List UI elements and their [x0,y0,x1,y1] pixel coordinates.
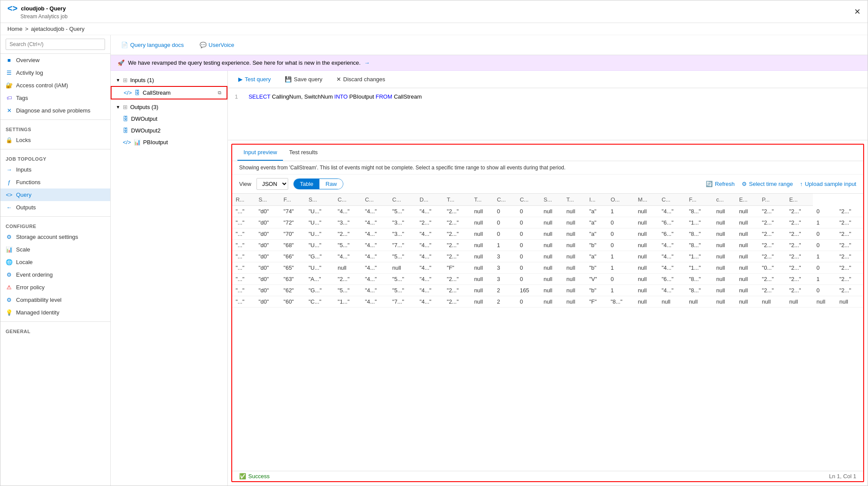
table-cell: "2..." [786,285,813,296]
table-cell: "2..." [444,251,471,262]
tree-item-dwoutput[interactable]: 🗄 DWOutput [111,113,227,125]
app-icon: <> [7,3,17,13]
sidebar-item-overview[interactable]: ■ Overview [0,54,110,66]
table-cell: "4..." [416,296,444,307]
breadcrumb-home[interactable]: Home [7,26,23,32]
table-cell: null [470,262,493,274]
table-cell: "d0" [255,262,280,274]
table-cell: null [540,251,563,262]
table-cell: null [563,206,586,217]
table-cell: "U..." [305,228,334,240]
locks-icon: 🔒 [6,137,13,143]
test-query-button[interactable]: ▶ Test query [235,74,274,84]
sidebar-item-storage[interactable]: ⚙ Storage account settings [0,231,110,243]
query-icon: <> [6,192,13,198]
title-left: <> cloudjob - Query Stream Analytics job [7,3,68,20]
discard-changes-button[interactable]: ✕ Discard changes [333,74,389,84]
close-button[interactable]: ✕ [854,7,861,17]
table-cell: "7..." [389,240,416,251]
sidebar-item-query[interactable]: <> Query [0,188,110,201]
table-cell: 1 [607,251,635,262]
sidebar-divider-2 [0,149,110,149]
tree-item-dwoutput2[interactable]: 🗄 DWOutput2 [111,125,227,136]
table-cell: 3 [493,262,516,274]
toggle-raw-button[interactable]: Raw [319,179,343,189]
callstream-code-icon: </> [124,89,132,96]
banner-arrow[interactable]: → [364,60,370,66]
tree-panel: ▼ ⊞ Inputs (1) </> 🗄 CallStream ⧉ [111,71,228,486]
table-cell: 0 [516,240,540,251]
sidebar-item-locks[interactable]: 🔒 Locks [0,134,110,146]
save-query-button[interactable]: 💾 Save query [281,74,326,84]
table-cell: "1..." [685,251,713,262]
search-input[interactable] [6,39,105,50]
table-cell: null [759,296,786,307]
table-cell: null [540,285,563,296]
inputs-header[interactable]: ▼ ⊞ Inputs (1) [111,74,227,86]
select-time-button[interactable]: ⚙ Select time range [742,181,793,187]
sidebar-item-event-ordering[interactable]: ⚙ Event ordering [0,268,110,281]
sidebar-item-inputs[interactable]: → Inputs [0,163,110,176]
diagnose-icon: ✕ [6,107,13,114]
settings-section-label: Settings [0,122,110,134]
sidebar-item-tags[interactable]: 🏷 Tags [0,92,110,104]
line-number-1: 1 [235,93,238,100]
table-cell: null [470,240,493,251]
sidebar-item-locale[interactable]: 🌐 Locale [0,256,110,268]
sidebar-item-managed-identity[interactable]: 💡 Managed Identity [0,306,110,319]
table-cell: "d0" [255,228,280,240]
upload-sample-button[interactable]: ↑ Upload sample input [800,181,856,187]
code-editor[interactable]: 1 SELECT CallingNum, SwitchNum INTO PBIo… [228,88,868,140]
table-cell: "4..." [334,206,362,217]
table-row: "...""d0""72""U...""3...""4...""3...""2.… [232,217,863,228]
table-cell: "4..." [362,206,389,217]
table-cell: "..." [232,262,255,274]
tab-test-results[interactable]: Test results [283,145,324,161]
callstream-copy-icon[interactable]: ⧉ [218,90,221,96]
tree-item-pbioutput[interactable]: </> 📊 PBIoutput [111,136,227,148]
sidebar-divider-4 [0,321,110,322]
query-panel: ▼ ⊞ Inputs (1) </> 🗄 CallStream ⧉ [111,71,868,486]
dwoutput-icon: 🗄 [123,116,128,122]
toggle-table-button[interactable]: Table [294,179,319,189]
tab-input-preview[interactable]: Input preview [237,145,283,161]
table-cell: "3..." [389,217,416,228]
callstream-db-icon: 🗄 [135,89,140,96]
job-topology-label: Job topology [0,152,110,163]
uservoice-button[interactable]: 💬 UserVoice [196,40,238,50]
sidebar-item-scale[interactable]: 📊 Scale [0,243,110,256]
sidebar-item-outputs[interactable]: ← Outputs [0,201,110,214]
table-cell: "d0" [255,285,280,296]
table-row: "...""d0""66""G...""4...""4...""5...""4.… [232,251,863,262]
table-cell: "65" [280,262,305,274]
sidebar-item-activity-log[interactable]: ☰ Activity log [0,66,110,79]
table-cell: "2..." [759,217,786,228]
query-docs-button[interactable]: 📄 Query language docs [118,40,187,50]
view-select[interactable]: JSON [256,178,288,190]
tree-item-callstream[interactable]: </> 🗄 CallStream ⧉ [111,86,227,99]
table-cell: "b" [586,285,607,296]
banner-text: We have revamped the query testing exper… [128,60,361,66]
table-cell: 0 [607,274,635,285]
table-header-cell: E... [736,194,759,206]
table-cell: 0 [607,240,635,251]
table-cell: null [563,274,586,285]
table-cell: "7..." [389,296,416,307]
outputs-header[interactable]: ▼ ⊞ Outputs (3) [111,101,227,113]
table-cell: "A..." [305,274,334,285]
sidebar-item-diagnose[interactable]: ✕ Diagnose and solve problems [0,104,110,117]
table-cell: "4..." [416,206,444,217]
sidebar-item-functions[interactable]: ƒ Functions [0,176,110,188]
sidebar-item-iam[interactable]: 🔐 Access control (IAM) [0,79,110,92]
refresh-button[interactable]: 🔄 Refresh [706,181,735,187]
table-cell: "5..." [389,274,416,285]
sidebar-item-compatibility[interactable]: ⚙ Compatibility level [0,294,110,306]
table-cell: null [635,285,658,296]
table-cell: "..." [232,296,255,307]
table-header-cell: T... [563,194,586,206]
sidebar-item-error-policy[interactable]: ⚠ Error policy [0,281,110,294]
table-header-cell: S... [305,194,334,206]
table-cell: "V" [586,274,607,285]
table-cell: "U..." [305,240,334,251]
table-cell: "4..." [416,262,444,274]
